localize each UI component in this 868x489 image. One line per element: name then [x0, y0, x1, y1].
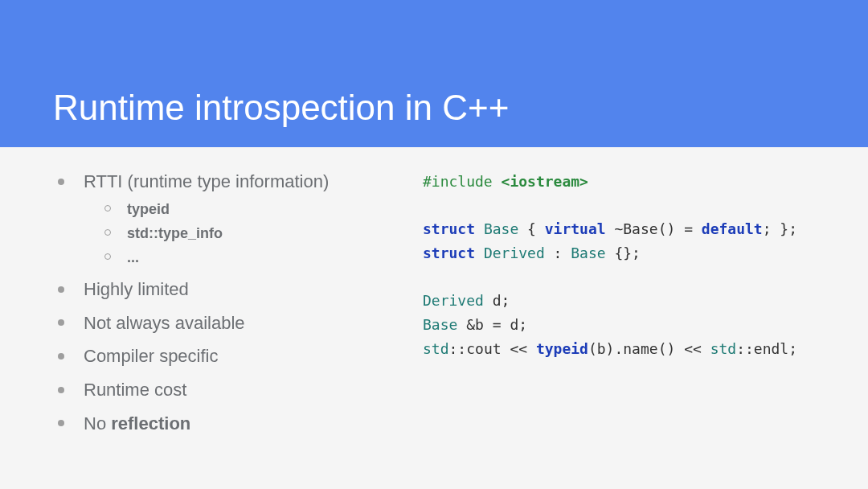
sub-bullet-item: typeid: [84, 199, 423, 220]
slide-title: Runtime introspection in C++: [53, 88, 509, 128]
bullet-text-bold: reflection: [111, 413, 190, 434]
slide: Runtime introspection in C++ RTTI (runti…: [0, 0, 868, 489]
code-text: {: [518, 220, 545, 237]
sub-bullet-item: ...: [84, 247, 423, 268]
code-type: Base: [571, 244, 605, 261]
code-keyword: default: [702, 220, 763, 237]
code-text: &b = d;: [457, 316, 527, 333]
code-namespace: std: [710, 340, 737, 357]
sub-bullet-item: std::type_info: [84, 223, 423, 244]
code-type: Base: [484, 220, 518, 237]
bullet-column: RTTI (runtime type information) typeid s…: [53, 170, 423, 489]
code-text: ::: [449, 340, 467, 357]
code-type: Derived: [423, 292, 484, 309]
code-keyword: virtual: [545, 220, 606, 237]
code-column: #include <iostream> struct Base { virtua…: [423, 170, 836, 489]
code-text: ; };: [763, 220, 797, 237]
code-keyword: typeid: [536, 340, 588, 357]
code-type: Base: [423, 316, 457, 333]
code-keyword: struct: [423, 220, 475, 237]
slide-body: RTTI (runtime type information) typeid s…: [0, 147, 868, 489]
code-text: endl;: [754, 340, 797, 357]
bullet-item: Not always available: [53, 311, 423, 335]
bullet-item: No reflection: [53, 412, 423, 436]
bullet-item: RTTI (runtime type information) typeid s…: [53, 170, 423, 268]
code-text: ~Base() =: [606, 220, 702, 237]
code-preprocessor: #include: [423, 173, 493, 190]
bullet-text-prefix: No: [84, 413, 111, 434]
code-include-target: <iostream>: [502, 173, 588, 190]
code-text: :: [545, 244, 571, 261]
sub-bullet-list: typeid std::type_info ...: [84, 199, 423, 268]
code-keyword: struct: [423, 244, 475, 261]
bullet-item: Runtime cost: [53, 378, 423, 402]
code-text: (b).name() <<: [588, 340, 710, 357]
bullet-list: RTTI (runtime type information) typeid s…: [53, 170, 423, 435]
bullet-item: Compiler specific: [53, 344, 423, 368]
code-type: Derived: [484, 244, 545, 261]
bullet-item: Highly limited: [53, 277, 423, 302]
code-text: d;: [484, 292, 510, 309]
code-namespace: std: [423, 340, 449, 357]
bullet-text: RTTI (runtime type information): [84, 171, 329, 191]
slide-header: Runtime introspection in C++: [0, 0, 868, 147]
code-text: ::: [736, 340, 754, 357]
code-text: cout <<: [466, 340, 536, 357]
code-text: {};: [606, 244, 641, 261]
